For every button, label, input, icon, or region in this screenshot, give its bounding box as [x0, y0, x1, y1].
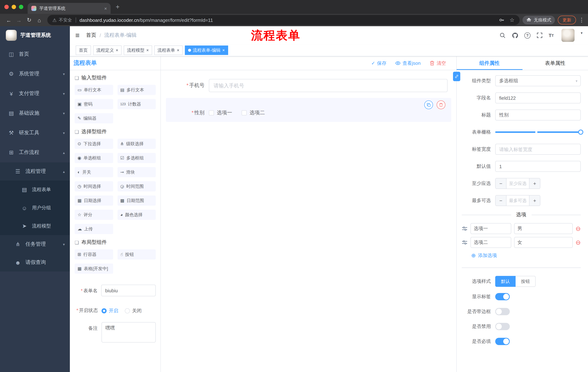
border-switch[interactable]: [495, 308, 510, 315]
comp-single-line-text[interactable]: ▭单行文本: [74, 85, 113, 95]
add-option-button[interactable]: ⊕ 添加选项: [471, 252, 581, 259]
tag-close-icon[interactable]: ×: [116, 48, 118, 53]
update-button[interactable]: 更新: [558, 16, 576, 24]
disabled-switch[interactable]: [495, 323, 510, 330]
drag-handle-icon[interactable]: [462, 240, 468, 245]
grid-slider[interactable]: [495, 127, 581, 138]
title-input[interactable]: [495, 110, 581, 120]
password-manager-key-icon[interactable]: [499, 17, 504, 23]
comp-upload[interactable]: ☁上传: [74, 224, 113, 234]
drawing-board[interactable]: *手机号: [161, 70, 456, 372]
comp-textarea[interactable]: ▤多行文本: [117, 85, 156, 95]
option-2-value-input[interactable]: [514, 237, 573, 248]
remove-option-icon[interactable]: ⊖: [576, 239, 581, 245]
tag-process-definition[interactable]: 流程定义×: [93, 45, 122, 55]
phone-input[interactable]: [209, 79, 448, 92]
comp-password[interactable]: ▣密码: [74, 99, 113, 109]
form-name-input[interactable]: [101, 285, 156, 296]
sidebar-item-task-management[interactable]: ⋔ 任务管理 ▾: [0, 235, 70, 253]
comp-checkbox-group[interactable]: ☑多选框组: [117, 153, 156, 163]
comp-time-picker[interactable]: ◷时间选择: [74, 181, 113, 191]
address-bar[interactable]: ⚠ 不安全 dashboard.yudao.iocoder.cn/bpm/man…: [47, 15, 520, 25]
drag-handle-icon[interactable]: [462, 226, 468, 232]
remove-option-icon[interactable]: ⊖: [576, 225, 581, 232]
comp-slider[interactable]: ⊸滑块: [117, 167, 156, 177]
search-icon[interactable]: [500, 32, 506, 38]
window-zoom-button[interactable]: [19, 5, 23, 9]
fullscreen-icon[interactable]: [537, 32, 543, 38]
tab-form-props[interactable]: 表单属性: [522, 56, 588, 70]
comp-rate[interactable]: ☆评分: [74, 210, 113, 220]
github-icon[interactable]: [512, 32, 518, 38]
comp-time-range[interactable]: ◶时间范围: [117, 181, 156, 191]
sidebar-item-payment-management[interactable]: ¥ 支付管理 ▾: [0, 84, 70, 103]
sidebar-item-user-group[interactable]: ☺ 用户分组: [0, 199, 70, 217]
help-icon[interactable]: ?: [524, 32, 531, 38]
tag-close-icon[interactable]: ×: [222, 48, 225, 53]
delete-component-button[interactable]: [437, 100, 445, 109]
bookmark-star-icon[interactable]: ☆: [510, 17, 514, 23]
font-size-icon[interactable]: TT: [549, 32, 554, 38]
comp-counter[interactable]: 123计数器: [117, 99, 156, 109]
tag-process-form-edit[interactable]: 流程表单-编辑×: [185, 45, 228, 55]
sidebar-logo[interactable]: 芋道管理系统: [0, 26, 70, 44]
window-close-button[interactable]: [4, 5, 9, 9]
copy-component-button[interactable]: [424, 100, 433, 109]
checkbox-option-1[interactable]: 选项一: [209, 110, 232, 116]
tab-close-icon[interactable]: ×: [104, 6, 107, 11]
comp-color-picker[interactable]: ◕颜色选择: [117, 210, 156, 220]
sidebar-item-process-form[interactable]: ▤ 流程表单: [0, 181, 70, 199]
comp-row-container[interactable]: ⊞行容器: [74, 249, 113, 260]
radio-disabled[interactable]: 关闭: [125, 308, 142, 314]
comp-table[interactable]: ▦表格[开发中]: [74, 264, 113, 274]
increase-button[interactable]: +: [529, 195, 540, 206]
avatar-caret-icon[interactable]: ▾: [581, 31, 583, 35]
comp-select[interactable]: ⊙下拉选择: [74, 139, 113, 149]
option-style-button-button[interactable]: 按钮: [515, 276, 536, 287]
form-remark-textarea[interactable]: 嘿嘿: [101, 322, 156, 342]
option-1-value-input[interactable]: [514, 223, 573, 234]
component-type-select[interactable]: 多选框组 ▾: [495, 75, 581, 86]
tag-home[interactable]: 首页: [76, 45, 91, 55]
comp-button[interactable]: ☝按钮: [117, 249, 156, 260]
tag-close-icon[interactable]: ×: [146, 48, 149, 53]
default-value-input[interactable]: [495, 161, 581, 172]
tag-process-model[interactable]: 流程模型×: [124, 45, 152, 55]
tag-close-icon[interactable]: ×: [177, 48, 179, 53]
sidebar-item-system-management[interactable]: ⚙ 系统管理 ▾: [0, 64, 70, 84]
decrease-button[interactable]: −: [496, 195, 506, 206]
required-switch[interactable]: [495, 338, 510, 345]
back-button[interactable]: ←: [4, 15, 14, 25]
panel-link-handle[interactable]: [453, 72, 460, 81]
tag-process-form[interactable]: 流程表单×: [154, 45, 183, 55]
canvas-field-phone[interactable]: *手机号: [166, 74, 451, 96]
clear-button[interactable]: 清空: [429, 60, 446, 66]
browser-tab[interactable]: 芋道管理系统 ×: [28, 3, 111, 14]
min-select-input[interactable]: [506, 178, 529, 189]
browser-menu-icon[interactable]: ⋮: [579, 17, 584, 23]
checkbox-option-2[interactable]: 选项二: [242, 110, 265, 116]
option-style-default-button[interactable]: 默认: [495, 276, 515, 287]
sidebar-item-dev-tools[interactable]: ⚒ 研发工具 ▾: [0, 123, 70, 143]
comp-radio-group[interactable]: ◉单选框组: [74, 153, 113, 163]
radio-enabled[interactable]: 开启: [102, 308, 118, 314]
view-json-button[interactable]: 查看json: [395, 60, 421, 66]
user-avatar[interactable]: [561, 29, 575, 42]
slider-handle[interactable]: [578, 130, 583, 135]
max-select-input[interactable]: [506, 195, 529, 206]
show-label-switch[interactable]: [495, 293, 510, 300]
canvas-field-gender-selected[interactable]: *性别 选项一 选项二: [166, 98, 451, 122]
sidebar-item-process-model[interactable]: ➤ 流程模型: [0, 217, 70, 235]
option-1-name-input[interactable]: [471, 223, 511, 234]
comp-cascader[interactable]: ⋔级联选择: [117, 139, 156, 149]
new-tab-button[interactable]: +: [116, 4, 119, 10]
sidebar-item-workflow[interactable]: ⊞ 工作流程 ▴: [0, 143, 70, 162]
forward-button[interactable]: →: [14, 15, 24, 25]
save-button[interactable]: ✓ 保存: [371, 60, 386, 66]
decrease-button[interactable]: −: [496, 178, 506, 189]
tab-component-props[interactable]: 组件属性: [457, 56, 522, 70]
window-minimize-button[interactable]: [12, 5, 16, 9]
sidebar-item-process-management[interactable]: ☰ 流程管理 ▴: [0, 162, 70, 181]
sidebar-item-leave-query[interactable]: ☻ 请假查询: [0, 253, 70, 272]
comp-switch[interactable]: ◐开关: [74, 167, 113, 177]
